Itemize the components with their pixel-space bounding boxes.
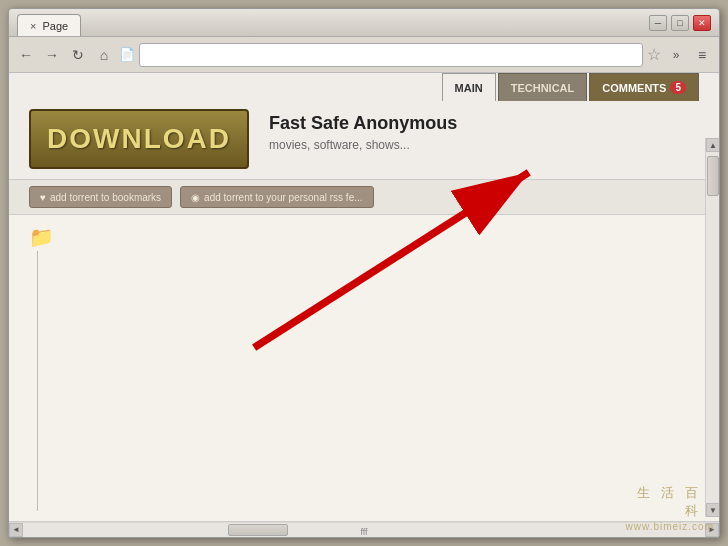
- bookmark-button-1[interactable]: ♥ add torrent to bookmarks: [29, 186, 172, 208]
- heart-icon: ♥: [40, 192, 46, 203]
- scroll-label: fff: [360, 527, 367, 537]
- tab-label: ×: [30, 20, 36, 32]
- close-button[interactable]: ✕: [693, 15, 711, 31]
- folder-icon: 📁: [29, 226, 54, 248]
- bookmark-button-2[interactable]: ◉ add torrent to your personal rss fe...: [180, 186, 373, 208]
- window-controls: ─ □ ✕: [649, 15, 711, 31]
- home-button[interactable]: ⌂: [93, 44, 115, 66]
- address-bar[interactable]: [139, 43, 643, 67]
- vertical-scrollbar[interactable]: ▲ ▼: [705, 138, 719, 517]
- file-tree: 📁: [9, 215, 719, 521]
- rss-icon: ◉: [191, 192, 200, 203]
- horizontal-scrollbar[interactable]: ◄ fff ►: [9, 521, 719, 537]
- content-tab-strip: MAIN TECHNICAL COMMENTS 5: [442, 73, 699, 101]
- bookmark-star-icon[interactable]: ☆: [647, 45, 661, 64]
- browser-window: × Page ─ □ ✕ ← → ↻ ⌂ 📄 ☆ » ≡ MAIN TECHNI…: [8, 8, 720, 538]
- comments-badge: 5: [670, 81, 686, 94]
- page-icon: 📄: [119, 47, 135, 62]
- back-button[interactable]: ←: [15, 44, 37, 66]
- browser-tab[interactable]: × Page: [17, 14, 81, 36]
- scroll-up-arrow[interactable]: ▲: [706, 138, 719, 152]
- content-area: MAIN TECHNICAL COMMENTS 5 DOWNLOAD Fast …: [9, 73, 719, 537]
- tab-technical[interactable]: TECHNICAL: [498, 73, 588, 101]
- maximize-button[interactable]: □: [671, 15, 689, 31]
- menu-button[interactable]: ≡: [691, 44, 713, 66]
- extensions-button[interactable]: »: [665, 44, 687, 66]
- h-scroll-track[interactable]: fff: [23, 523, 705, 537]
- tab-comments[interactable]: COMMENTS 5: [589, 73, 699, 101]
- scroll-track[interactable]: [706, 152, 719, 503]
- h-scroll-thumb[interactable]: [228, 524, 288, 536]
- tab-strip: × Page: [17, 9, 81, 36]
- watermark: 生 活 百 科 www.bimeiz.com: [626, 521, 714, 532]
- site-info: Fast Safe Anonymous movies, software, sh…: [269, 109, 699, 152]
- site-subtitle: movies, software, shows...: [269, 138, 699, 152]
- scroll-left-arrow[interactable]: ◄: [9, 523, 23, 537]
- tree-line: [37, 251, 38, 511]
- download-button[interactable]: DOWNLOAD: [29, 109, 249, 169]
- refresh-button[interactable]: ↻: [67, 44, 89, 66]
- scroll-down-arrow[interactable]: ▼: [706, 503, 719, 517]
- navigation-bar: ← → ↻ ⌂ 📄 ☆ » ≡: [9, 37, 719, 73]
- forward-button[interactable]: →: [41, 44, 63, 66]
- site-title: Fast Safe Anonymous: [269, 113, 699, 134]
- tab-title: Page: [42, 20, 68, 32]
- title-bar: × Page ─ □ ✕: [9, 9, 719, 37]
- tab-main[interactable]: MAIN: [442, 73, 496, 101]
- minimize-button[interactable]: ─: [649, 15, 667, 31]
- scroll-thumb[interactable]: [707, 156, 719, 196]
- bookmark-bar: ♥ add torrent to bookmarks ◉ add torrent…: [9, 180, 719, 215]
